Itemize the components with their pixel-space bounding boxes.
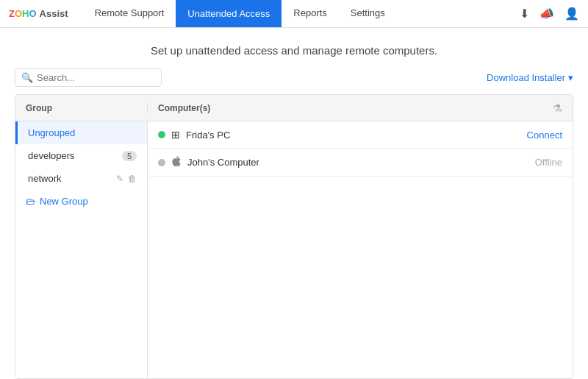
- download-icon[interactable]: ⬇: [520, 7, 529, 21]
- group-item-ungrouped[interactable]: Ungrouped: [15, 121, 147, 144]
- main-content: Set up unattended access and manage remo…: [0, 28, 588, 379]
- notification-icon[interactable]: 📣: [539, 7, 554, 21]
- group-item-developers[interactable]: developers 5: [15, 144, 147, 167]
- assist-logo-text: Assist: [40, 8, 68, 19]
- group-item-network[interactable]: network ✎ 🗑: [15, 167, 147, 190]
- status-dot-offline: [158, 159, 165, 166]
- nav-remote-support[interactable]: Remote Support: [83, 0, 176, 27]
- mac-icon: [171, 156, 182, 169]
- windows-icon: ⊞: [171, 129, 180, 141]
- connect-button[interactable]: Connect: [527, 130, 562, 141]
- filter-icon[interactable]: ⚗: [542, 102, 573, 114]
- table-body: Ungrouped developers 5 network ✎ 🗑 🗁 New…: [15, 121, 573, 378]
- search-input[interactable]: [37, 72, 155, 83]
- table-container: Group Computer(s) ⚗ Ungrouped developers…: [15, 94, 573, 379]
- col-group-header: Group: [15, 103, 148, 113]
- nav-unattended-access[interactable]: Unattended Access: [176, 0, 282, 27]
- nav-reports[interactable]: Reports: [282, 0, 339, 27]
- toolbar: 🔍 Download Installer ▾: [0, 68, 588, 94]
- computer-row-johns-computer: John's Computer Offline: [148, 149, 573, 177]
- edit-icon[interactable]: ✎: [116, 174, 123, 184]
- table-header: Group Computer(s) ⚗: [15, 95, 573, 121]
- nav-settings[interactable]: Settings: [339, 0, 397, 27]
- logo: ZOHO Assist: [9, 8, 68, 19]
- header: ZOHO Assist Remote Support Unattended Ac…: [0, 0, 588, 28]
- delete-icon[interactable]: 🗑: [128, 174, 137, 184]
- user-icon[interactable]: 👤: [564, 7, 579, 21]
- search-box[interactable]: 🔍: [15, 68, 162, 87]
- download-installer-button[interactable]: Download Installer ▾: [487, 72, 573, 83]
- page-subtitle: Set up unattended access and manage remo…: [0, 28, 588, 68]
- computer-row-fridas-pc: ⊞ Frida's PC Connect: [148, 121, 573, 149]
- status-dot-online: [158, 131, 165, 138]
- computers-panel: ⊞ Frida's PC Connect John's Computer Off…: [148, 121, 573, 378]
- new-group-button[interactable]: 🗁 New Group: [15, 190, 147, 213]
- search-icon: 🔍: [21, 72, 33, 83]
- main-nav: Remote Support Unattended Access Reports…: [83, 0, 520, 27]
- header-actions: ⬇ 📣 👤: [520, 7, 579, 21]
- group-actions-network: ✎ 🗑: [116, 174, 137, 184]
- col-computers-header: Computer(s): [148, 103, 542, 113]
- zoho-logo: ZOHO: [9, 8, 37, 19]
- new-group-folder-icon: 🗁: [26, 196, 35, 207]
- groups-panel: Ungrouped developers 5 network ✎ 🗑 🗁 New…: [15, 121, 148, 378]
